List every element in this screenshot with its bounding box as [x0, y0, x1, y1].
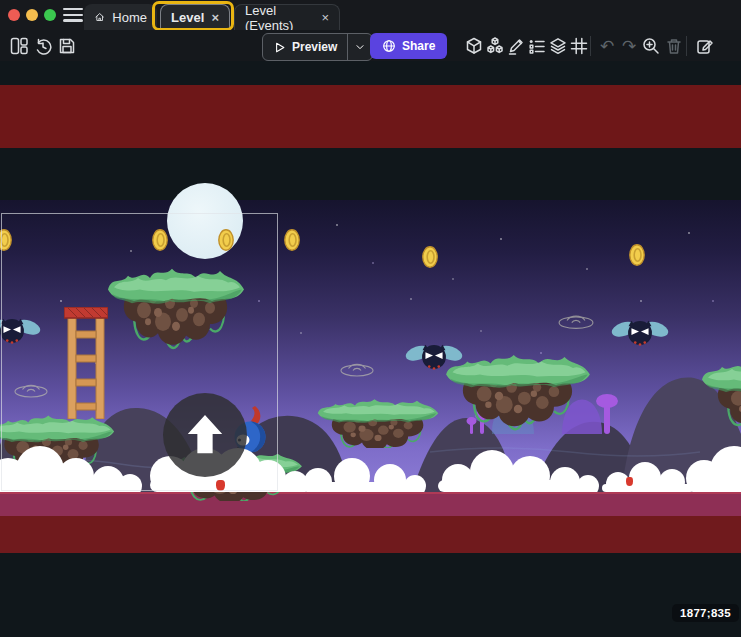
preview-label: Preview — [292, 40, 337, 54]
ground-band-pink[interactable] — [0, 492, 741, 516]
coin[interactable] — [152, 229, 168, 251]
traffic-light-close[interactable] — [8, 9, 20, 21]
tab-level-events-close-icon[interactable]: × — [321, 11, 329, 24]
coin[interactable] — [629, 244, 645, 266]
tab-level-events[interactable]: Level (Events) × — [234, 4, 340, 30]
history-icon[interactable] — [32, 35, 54, 57]
floating-island[interactable] — [700, 348, 741, 453]
tab-level-events-label: Level (Events) — [245, 3, 314, 33]
object-groups-icon[interactable] — [484, 35, 506, 57]
titlebar: Home Level × Level (Events) × — [0, 0, 741, 30]
share-label: Share — [402, 39, 435, 53]
ufo-sketch[interactable] — [557, 310, 595, 330]
tab-level-close-icon[interactable]: × — [211, 11, 219, 24]
ufo-sketch[interactable] — [13, 380, 49, 398]
traffic-light-minimize[interactable] — [26, 9, 38, 21]
ufo-sketch[interactable] — [339, 358, 375, 378]
gdevelop-window: Home Level × Level (Events) × Preview — [0, 0, 741, 637]
save-icon[interactable] — [56, 35, 78, 57]
object-cube-icon[interactable] — [463, 35, 485, 57]
lava-band-top[interactable] — [0, 85, 741, 148]
pencil-icon[interactable] — [505, 35, 527, 57]
floating-island[interactable] — [316, 390, 440, 448]
grid-icon[interactable] — [568, 35, 590, 57]
tab-home[interactable]: Home — [84, 4, 157, 30]
play-icon — [273, 41, 286, 54]
zoom-in-icon[interactable] — [640, 35, 662, 57]
panels-icon[interactable] — [8, 35, 30, 57]
floating-island[interactable] — [444, 342, 592, 450]
toolbar-separator — [590, 36, 591, 56]
floating-island[interactable] — [106, 255, 246, 370]
coin[interactable] — [284, 229, 300, 251]
jump-button[interactable] — [163, 393, 247, 477]
lava-drip — [626, 477, 633, 486]
share-button[interactable]: Share — [370, 33, 447, 59]
redo-icon[interactable]: ↷ — [618, 35, 640, 57]
undo-icon[interactable]: ↶ — [596, 35, 618, 57]
arrow-up-icon — [185, 414, 225, 456]
menu-icon[interactable] — [63, 8, 83, 22]
tab-level[interactable]: Level × — [160, 4, 230, 30]
lava-band-bottom[interactable] — [0, 516, 741, 553]
cursor-coordinates-badge: 1877;835 — [672, 604, 739, 622]
home-icon — [94, 9, 105, 25]
coin[interactable] — [0, 229, 12, 251]
layers-icon[interactable] — [547, 35, 569, 57]
instances-list-icon[interactable] — [526, 35, 548, 57]
coin[interactable] — [422, 246, 438, 268]
globe-icon — [382, 39, 396, 53]
bat-enemy[interactable] — [405, 337, 463, 379]
traffic-light-maximize[interactable] — [44, 9, 56, 21]
tab-home-label: Home — [112, 10, 147, 25]
trash-icon[interactable] — [663, 35, 685, 57]
preview-button[interactable]: Preview — [263, 34, 347, 60]
stars — [0, 61, 2, 63]
coin[interactable] — [218, 229, 234, 251]
edit-scene-icon[interactable] — [694, 35, 716, 57]
ladder[interactable] — [64, 307, 108, 419]
preview-dropdown-button[interactable] — [347, 34, 372, 60]
scene-canvas: 1877;835 — [0, 61, 741, 637]
lava-drip — [216, 480, 225, 491]
chevron-down-icon — [354, 41, 366, 53]
preview-split-button: Preview — [262, 33, 373, 61]
tab-level-label: Level — [171, 10, 204, 25]
toolbar-separator — [686, 36, 687, 56]
bat-enemy[interactable] — [0, 311, 41, 353]
toolbar: Preview Share — [0, 30, 741, 62]
bat-enemy[interactable] — [611, 313, 669, 355]
